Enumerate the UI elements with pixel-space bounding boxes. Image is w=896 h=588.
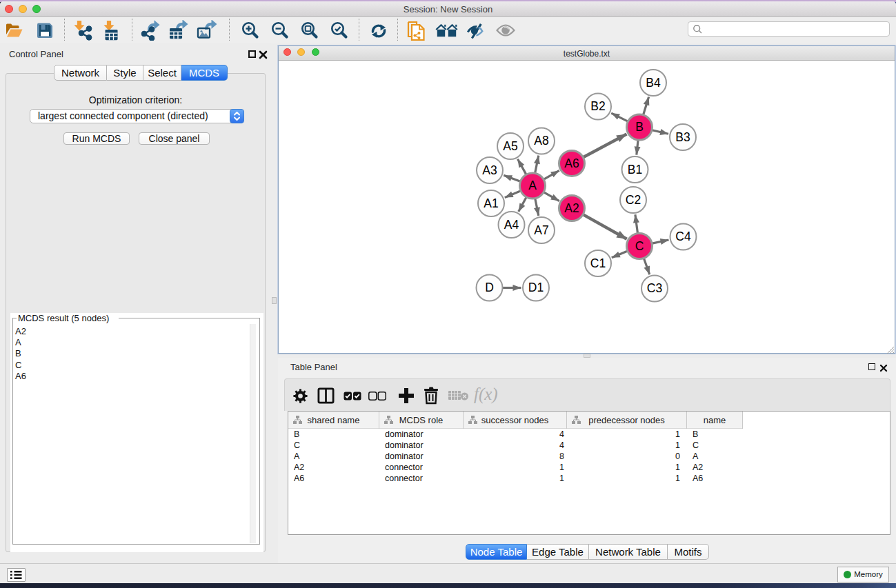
svg-text:B4: B4	[646, 76, 661, 90]
svg-text:B: B	[635, 120, 644, 134]
svg-text:A: A	[528, 179, 537, 192]
svg-text:A5: A5	[503, 139, 517, 153]
svg-text:A8: A8	[534, 134, 548, 148]
svg-text:B1: B1	[628, 163, 642, 176]
svg-text:B3: B3	[675, 130, 690, 144]
svg-text:D: D	[485, 281, 494, 294]
svg-text:C2: C2	[626, 193, 641, 207]
svg-text:D1: D1	[528, 281, 544, 294]
svg-text:A2: A2	[564, 201, 579, 215]
svg-text:A4: A4	[504, 218, 519, 232]
svg-text:A7: A7	[534, 223, 548, 237]
svg-text:C: C	[635, 239, 644, 253]
svg-text:A3: A3	[482, 163, 497, 177]
svg-text:A6: A6	[564, 156, 579, 170]
svg-text:C3: C3	[647, 281, 662, 295]
svg-text:C4: C4	[675, 230, 691, 243]
svg-text:C1: C1	[590, 256, 606, 270]
svg-text:A1: A1	[484, 196, 498, 210]
svg-text:B2: B2	[590, 99, 605, 113]
